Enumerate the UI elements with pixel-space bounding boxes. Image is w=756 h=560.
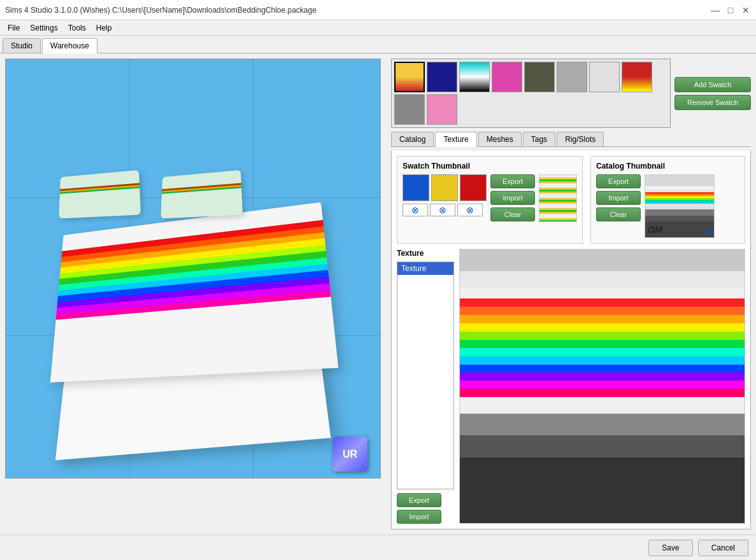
swatch-area: Add Swatch Remove Swatch: [391, 59, 751, 128]
texture-action-btns: Export Import: [397, 493, 454, 524]
swatch-7[interactable]: [589, 62, 620, 92]
catalog-thumbnail-content: Export Import Clear OM S4: [596, 174, 739, 238]
tab-warehouse[interactable]: Warehouse: [42, 38, 97, 53]
swatch-5[interactable]: [524, 62, 555, 92]
swatch-container[interactable]: [391, 59, 671, 128]
tab-tags[interactable]: Tags: [523, 132, 555, 146]
tab-rigslots[interactable]: Rig/Slots: [557, 132, 604, 146]
close-button[interactable]: ✕: [741, 5, 751, 15]
catalog-thumbnail-title: Catalog Thumbnail: [596, 162, 739, 171]
texture-list-item[interactable]: Texture: [397, 262, 453, 275]
catalog-thumb-preview: OM S4: [645, 174, 715, 238]
thumbnails-row: Swatch Thumbnail ⊗ ⊗ ⊗: [397, 156, 745, 244]
texture-tab-content: Swatch Thumbnail ⊗ ⊗ ⊗: [391, 151, 751, 529]
pillow-right: [160, 170, 243, 218]
save-button[interactable]: Save: [648, 540, 692, 556]
swatch-thumb-colors: [403, 174, 487, 201]
swatch-buttons: Add Swatch Remove Swatch: [674, 77, 751, 110]
catalog-watermark: OM: [648, 225, 662, 235]
swatch-2[interactable]: [427, 62, 457, 92]
swatch-thumb-action-btns: Export Import Clear: [490, 174, 535, 222]
titlebar: Sims 4 Studio 3.1.0.0 (Wishes) C:\Users\…: [0, 0, 756, 20]
menu-tools[interactable]: Tools: [63, 22, 91, 34]
pillow-left: [59, 170, 141, 218]
main-content: UR Add Swatch Remove Swatch: [0, 53, 756, 535]
minimize-button[interactable]: —: [710, 5, 720, 15]
maximize-button[interactable]: □: [725, 5, 736, 15]
texture-import-button[interactable]: Import: [397, 510, 441, 524]
swatch-x-row: ⊗ ⊗ ⊗: [403, 204, 487, 216]
catalog-thumb-action-btns: Export Import Clear: [596, 174, 641, 238]
texture-left-panel: Texture Texture Export Import: [397, 249, 454, 524]
catalog-logo: S4: [705, 229, 713, 236]
swatch-1[interactable]: [394, 62, 425, 92]
swatch-thumb-preview: [539, 174, 577, 222]
catalog-thumbnail-section: Catalog Thumbnail Export Import Clear OM…: [590, 156, 745, 244]
cancel-button[interactable]: Cancel: [698, 540, 748, 556]
swatch-9[interactable]: [394, 94, 425, 125]
bottom-bar: Save Cancel: [0, 535, 756, 560]
texture-preview-area: [459, 249, 745, 524]
swatch-thumb-left: ⊗ ⊗ ⊗: [403, 174, 487, 222]
swatch-thumbnail-title: Swatch Thumbnail: [403, 162, 577, 171]
swatch-color-red[interactable]: [460, 174, 487, 201]
nav-cube[interactable]: UR: [332, 437, 367, 472]
bed-cover: [50, 202, 338, 382]
right-panel: Add Swatch Remove Swatch Catalog Texture…: [386, 53, 756, 535]
swatch-color-blue[interactable]: [403, 174, 429, 201]
swatch-x-btn-2[interactable]: ⊗: [430, 204, 455, 216]
texture-preview-image: [460, 249, 745, 523]
swatch-6[interactable]: [557, 62, 587, 92]
bed-scene: [31, 134, 350, 427]
swatch-thumbnail-content: ⊗ ⊗ ⊗ Export Import Clear: [403, 174, 577, 222]
inner-tabs: Catalog Texture Meshes Tags Rig/Slots: [391, 132, 751, 147]
swatch-8[interactable]: [622, 62, 652, 92]
menu-help[interactable]: Help: [91, 22, 117, 34]
swatch-color-yellow[interactable]: [431, 174, 458, 201]
tab-texture[interactable]: Texture: [435, 132, 476, 147]
swatch-x-btn-1[interactable]: ⊗: [403, 204, 428, 216]
swatch-4[interactable]: [492, 62, 522, 92]
titlebar-title: Sims 4 Studio 3.1.0.0 (Wishes) C:\Users\…: [5, 6, 317, 15]
catalog-clear-button[interactable]: Clear: [596, 207, 641, 221]
texture-section-title: Texture: [397, 249, 454, 258]
texture-export-button[interactable]: Export: [397, 493, 441, 507]
swatch-clear-button[interactable]: Clear: [490, 207, 535, 221]
swatch-3[interactable]: [459, 62, 490, 92]
swatch-import-button[interactable]: Import: [490, 191, 535, 205]
catalog-import-button[interactable]: Import: [596, 191, 641, 205]
swatch-thumbnail-section: Swatch Thumbnail ⊗ ⊗ ⊗: [397, 156, 583, 244]
remove-swatch-button[interactable]: Remove Swatch: [674, 95, 751, 110]
menu-file[interactable]: File: [3, 22, 25, 34]
menubar: File Settings Tools Help: [0, 20, 756, 36]
menu-settings[interactable]: Settings: [25, 22, 62, 34]
texture-list[interactable]: Texture: [397, 262, 454, 489]
swatch-export-button[interactable]: Export: [490, 174, 535, 188]
add-swatch-button[interactable]: Add Swatch: [674, 77, 751, 92]
tab-catalog[interactable]: Catalog: [391, 132, 434, 146]
swatch-x-btn-3[interactable]: ⊗: [457, 204, 483, 216]
swatch-10[interactable]: [427, 94, 457, 125]
catalog-export-button[interactable]: Export: [596, 174, 641, 188]
tab-meshes[interactable]: Meshes: [478, 132, 522, 146]
texture-section: Texture Texture Export Import: [397, 249, 745, 524]
tab-studio[interactable]: Studio: [3, 38, 41, 53]
titlebar-controls: — □ ✕: [710, 5, 751, 15]
viewport-panel[interactable]: UR: [5, 59, 381, 479]
main-tabbar: Studio Warehouse: [0, 36, 756, 53]
